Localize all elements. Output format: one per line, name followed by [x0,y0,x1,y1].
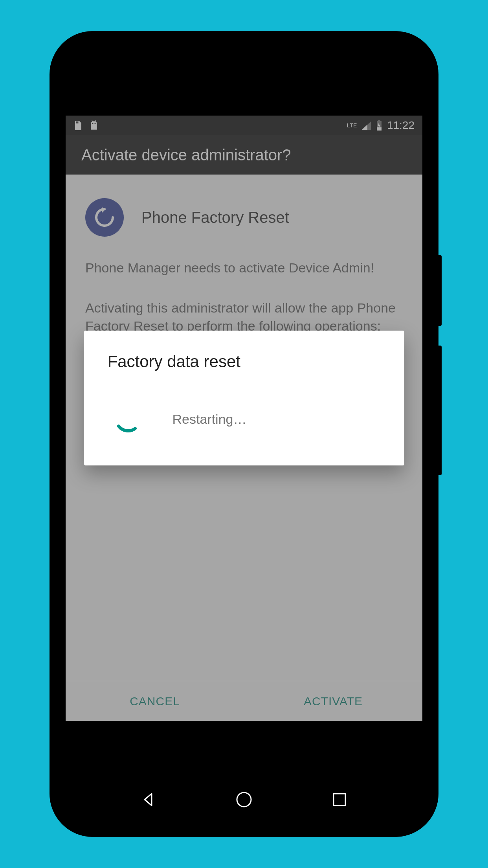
phone-side-button-2 [438,346,442,475]
recent-button[interactable] [330,790,349,809]
dialog-title: Factory data reset [108,352,381,371]
modal-overlay: Factory data reset Restarting… [66,116,422,721]
nav-bar [66,780,422,819]
phone-side-button-1 [438,255,442,326]
screen: LTE 11:22 Activate [66,116,422,721]
back-button[interactable] [139,790,158,809]
svg-point-2 [237,793,251,807]
factory-reset-dialog: Factory data reset Restarting… [84,331,404,465]
spinner-icon [112,403,145,436]
phone-frame: LTE 11:22 Activate [50,31,438,837]
dialog-body: Restarting… [108,403,381,436]
home-button[interactable] [235,790,253,809]
dialog-status: Restarting… [172,412,247,427]
svg-rect-3 [334,794,345,805]
